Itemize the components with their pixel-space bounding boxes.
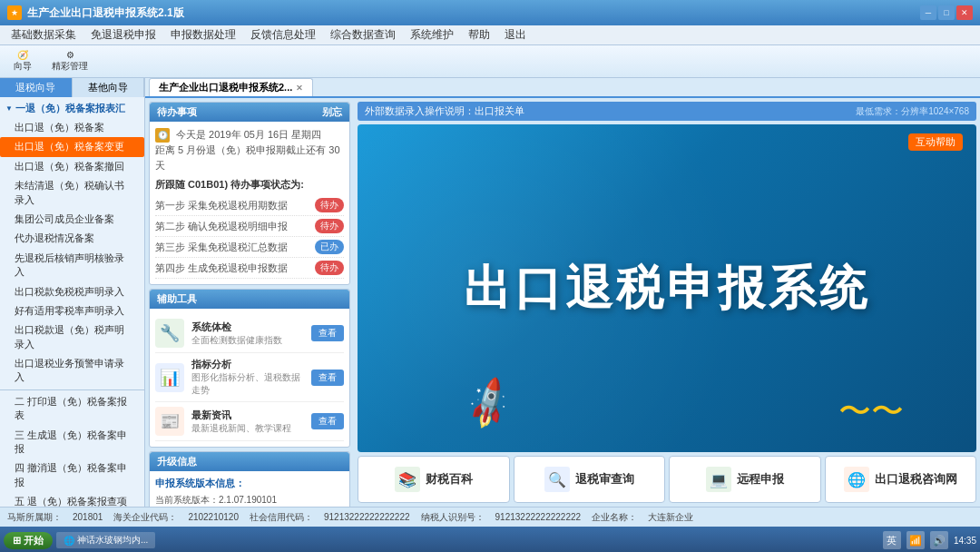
- taskbar-time: 14:35: [954, 536, 976, 546]
- status-customs-value: 2102210120: [188, 512, 239, 522]
- taskbar-app-browser[interactable]: 🌐 神话水玻钢均内...: [56, 532, 155, 548]
- checkup-icon: 🔧: [155, 319, 184, 348]
- bottom-nav: 📚 财税百科 🔍 退税审查询 💻 远程申报 🌐 出口退税咨询网: [358, 456, 976, 503]
- sidebar-item-export-tax[interactable]: 出口税款免税税声明录入: [0, 282, 144, 301]
- sidebar-divider: [0, 389, 144, 390]
- status-customs-label: 海关企业代码：: [113, 511, 177, 524]
- analysis-icon: 📊: [155, 363, 184, 392]
- menu-system[interactable]: 系统维护: [403, 25, 461, 44]
- toolbar-manage[interactable]: ⚙ 精彩管理: [44, 47, 96, 75]
- status-taxpayer-label: 纳税人识别号：: [421, 511, 485, 524]
- taskbar: ⊞ 开始 🌐 神话水玻钢均内... 英 📶 🔊 14:35: [0, 527, 980, 552]
- tab-close-icon[interactable]: ✕: [296, 84, 303, 93]
- menu-basic-data[interactable]: 基础数据采集: [4, 25, 83, 44]
- update-body: 申报系统版本信息： 当前系统版本：2.1.07.190101 最新系统版本：2.…: [150, 471, 349, 507]
- consult-icon: 🌐: [844, 467, 869, 492]
- status-credit-value: 91213222222222222: [324, 512, 410, 522]
- tool-news: 📰 最新资讯 最新退税新闻、教学课程 查看: [155, 402, 344, 441]
- window-title: 生产企业出口退税申报系统2.1版: [27, 5, 920, 21]
- banner: 出口退税申报系统 🚀 〜〜 互动帮助: [358, 124, 976, 452]
- dashboard: 待办事项 别忘 🕐 今天是 2019年 05月 16日 星期四 距离 5 月份退…: [145, 98, 980, 507]
- browser-icon: 🌐: [64, 536, 74, 546]
- taskbar-volume-icon[interactable]: 🔊: [930, 531, 948, 549]
- menu-tax-refund[interactable]: 免退退税申报: [83, 25, 163, 44]
- task-title: 所跟随 C01B01) 待办事项状态为:: [155, 178, 344, 192]
- sidebar-item-print[interactable]: 二 打印退（免）税备案报表: [0, 392, 144, 426]
- menu-bar: 基础数据采集 免退退税申报 申报数据处理 反馈信息处理 综合数据查询 系统维护 …: [0, 25, 980, 45]
- sidebar-item-query[interactable]: 五 退（免）税备案报查项: [0, 492, 144, 507]
- toolbar-guide[interactable]: 🧭 向导: [5, 47, 40, 75]
- taskbar-network-icon[interactable]: 📶: [906, 531, 925, 549]
- menu-exit[interactable]: 退出: [497, 25, 534, 44]
- date-icon: 🕐: [155, 128, 170, 143]
- query-icon: 🔍: [544, 467, 570, 492]
- sidebar-item-generate[interactable]: 三 生成退（免）税备案申报: [0, 426, 144, 459]
- app-icon: ★: [7, 5, 22, 20]
- menu-data-processing[interactable]: 申报数据处理: [163, 25, 243, 44]
- sidebar-item-filing-withdraw[interactable]: 出口退（免）税备案撤回: [0, 157, 144, 176]
- remote-icon: 💻: [706, 467, 731, 492]
- sidebar-item-filing[interactable]: 出口退（免）税备案: [0, 118, 144, 137]
- sidebar-item-unsettled[interactable]: 未结清退（免）税确认书录入: [0, 176, 144, 210]
- taskbar-lang-icon[interactable]: 英: [883, 531, 901, 549]
- sidebar-tab-tax-guide[interactable]: 退税向导: [0, 78, 73, 97]
- tool-checkup: 🔧 系统体检 全面检测数据健康指数 查看: [155, 314, 344, 353]
- tool-news-info: 最新资讯 最新退税新闻、教学课程: [191, 409, 304, 435]
- sidebar-item-zero-rate[interactable]: 好有适用零税率声明录入: [0, 301, 144, 320]
- sidebar-item-warning[interactable]: 出口退税业务预警申请录入: [0, 354, 144, 388]
- pending-tasks-panel: 待办事项 别忘 🕐 今天是 2019年 05月 16日 星期四 距离 5 月份退…: [149, 102, 350, 285]
- status-company-label: 企业名称：: [592, 511, 637, 524]
- tool-analysis-info: 指标分析 图形化指标分析、退税数据走势: [191, 358, 304, 397]
- tool-checkup-btn[interactable]: 查看: [311, 325, 344, 341]
- sidebar-item-group[interactable]: 集团公司成员企业备案: [0, 210, 144, 229]
- content-area: 生产企业出口退税申报系统2... ✕ 待办事项 别忘 🕐 今天是 201: [145, 78, 980, 507]
- sidebar-item-filing-change[interactable]: 出口退（免）税备案变更: [0, 137, 144, 156]
- status-period-label: 马斯所属期：: [7, 511, 62, 524]
- tool-analysis-btn[interactable]: 查看: [311, 370, 344, 386]
- tool-analysis: 📊 指标分析 图形化指标分析、退税数据走势 查看: [155, 353, 344, 402]
- sidebar-group-main[interactable]: 一退（免）税备案报表汇: [0, 99, 144, 118]
- tab-strip: 生产企业出口退税申报系统2... ✕: [145, 78, 980, 98]
- sidebar-item-first-refund[interactable]: 先退税后核销声明核验录入: [0, 249, 144, 282]
- pending-tasks-header: 待办事项 别忘: [150, 103, 349, 122]
- content-tab-main[interactable]: 生产企业出口退税申报系统2... ✕: [149, 78, 313, 96]
- encyclopedia-icon: 📚: [395, 467, 420, 492]
- sidebar-item-refund-declare[interactable]: 出口税款退（免）税声明录入: [0, 320, 144, 354]
- tools-header: 辅助工具: [150, 290, 349, 309]
- update-header: 升级信息: [150, 452, 349, 471]
- data-input-bar: 外部数据录入操作说明：出口报关单 最低需求：分辨率1024×768: [358, 102, 976, 121]
- task-badge-1: 待办: [315, 198, 344, 212]
- nav-btn-consult[interactable]: 🌐 出口退税咨询网: [825, 456, 977, 503]
- menu-feedback[interactable]: 反馈信息处理: [243, 25, 323, 44]
- sidebar-tabs: 退税向导 基他向导: [0, 78, 144, 97]
- close-button[interactable]: ✕: [956, 5, 973, 20]
- task-badge-4: 待办: [315, 261, 344, 275]
- window-controls: ─ □ ✕: [920, 5, 973, 20]
- title-bar: ★ 生产企业出口退税申报系统2.1版 ─ □ ✕: [0, 0, 980, 25]
- sidebar-tab-other[interactable]: 基他向导: [73, 78, 145, 97]
- task-badge-2: 待办: [315, 219, 344, 233]
- menu-help[interactable]: 帮助: [461, 25, 497, 44]
- status-credit-label: 社会信用代码：: [250, 511, 313, 524]
- task-row-2: 第二步 确认免税退税明细申报 待办: [155, 216, 344, 237]
- maximize-button[interactable]: □: [938, 5, 955, 20]
- right-area: 外部数据录入操作说明：出口报关单 最低需求：分辨率1024×768 出口退税申报…: [354, 98, 980, 507]
- windows-icon: ⊞: [13, 535, 21, 547]
- minimize-button[interactable]: ─: [920, 5, 936, 20]
- taskbar-right: 英 📶 🔊 14:35: [883, 531, 976, 549]
- tools-panel: 辅助工具 🔧 系统体检 全面检测数据健康指数 查看 📊: [149, 289, 350, 448]
- start-button[interactable]: ⊞ 开始: [4, 532, 53, 549]
- news-icon: 📰: [155, 407, 184, 436]
- nav-btn-remote[interactable]: 💻 远程申报: [669, 456, 821, 503]
- interactive-help-btn[interactable]: 互动帮助: [908, 133, 963, 151]
- status-company-value: 大连新企业: [648, 511, 693, 524]
- system-update-section: 申报系统版本信息： 当前系统版本：2.1.07.190101 最新系统版本：2.…: [155, 477, 344, 507]
- status-taxpayer-value: 91213222222222222: [495, 512, 582, 522]
- status-bar: 马斯所属期： 201801 海关企业代码： 2102210120 社会信用代码：…: [0, 507, 980, 527]
- menu-query[interactable]: 综合数据查询: [323, 25, 403, 44]
- sidebar-item-agency[interactable]: 代办退税情况备案: [0, 229, 144, 248]
- sidebar-item-cancel[interactable]: 四 撤消退（免）税备案申报: [0, 458, 144, 492]
- nav-btn-query[interactable]: 🔍 退税审查询: [514, 456, 666, 503]
- tool-news-btn[interactable]: 查看: [311, 413, 344, 429]
- nav-btn-encyclopedia[interactable]: 📚 财税百科: [358, 456, 510, 503]
